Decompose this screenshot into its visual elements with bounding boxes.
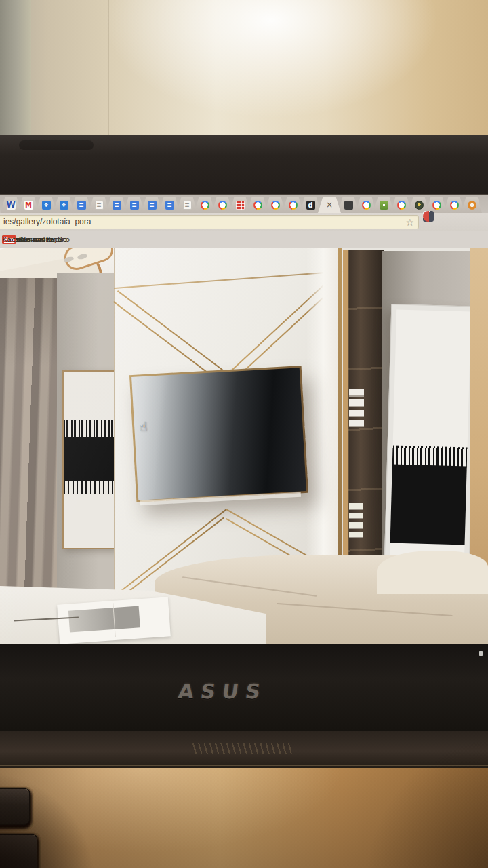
docs-favicon: ≡ <box>148 201 157 210</box>
docs-favicon: ≡ <box>130 201 139 210</box>
docs-favicon: ≡ <box>165 201 174 210</box>
duvet <box>377 551 488 594</box>
right-artwork <box>384 304 477 568</box>
browser-tab[interactable]: ≡ <box>106 197 127 213</box>
bookmarks-bar: я@Mail.Ru: почта, поискОнлайн-словарь АВ… <box>0 231 488 248</box>
browser-tab[interactable]: ≡ <box>124 197 144 213</box>
google-favicon <box>201 201 209 210</box>
google-favicon <box>450 201 459 210</box>
browser-tab[interactable]: ❖ <box>36 197 56 213</box>
laptop-top-bezel <box>0 135 488 195</box>
w-favicon: W <box>7 201 16 210</box>
gmail-favicon: M <box>24 201 33 210</box>
browser-tab[interactable] <box>373 197 394 213</box>
browser-tab[interactable] <box>247 197 268 213</box>
browser-tab[interactable]: W <box>1 197 21 213</box>
hand-cursor-icon: ☝ <box>140 419 147 433</box>
bookmark-star-icon[interactable]: ☆ <box>405 216 414 229</box>
dark-square-favicon <box>344 201 353 210</box>
lantern-favicon <box>415 201 424 210</box>
tv-glare <box>131 368 306 500</box>
artwork-canvas <box>390 310 471 563</box>
hinge-highlight <box>0 765 488 766</box>
asus-logo: ASUS <box>177 679 269 703</box>
browser-tab[interactable]: ≡ <box>89 197 109 213</box>
browser-tab[interactable] <box>391 197 411 213</box>
bookmark-label: Кастинги в Ки <box>2 235 52 244</box>
left-artwork <box>62 370 115 549</box>
google-favicon <box>289 201 298 210</box>
url-text[interactable]: ies/gallery/zolotaia_pora <box>3 216 91 229</box>
active-tab[interactable]: × <box>318 197 341 213</box>
browser-tab[interactable] <box>195 197 215 213</box>
google-favicon <box>362 201 371 210</box>
key-blank <box>0 834 37 868</box>
white-books <box>349 503 363 541</box>
google-favicon <box>218 201 227 210</box>
room-wall-corner <box>108 0 109 140</box>
docs-favicon: ≡ <box>113 201 121 210</box>
browser-tab[interactable] <box>212 197 232 213</box>
bedding-fold <box>277 603 453 616</box>
red-edge-extension-icon[interactable] <box>423 211 429 222</box>
artwork-black-band <box>390 464 467 545</box>
page-favicon: ≡ <box>183 201 192 210</box>
artwork-drips <box>64 480 114 494</box>
bezel-sticker <box>479 651 483 656</box>
dropbox-favicon: ❖ <box>42 201 51 210</box>
browser-tab[interactable]: ≡ <box>142 197 162 213</box>
tab-strip: WM❖❖≡≡≡≡≡≡≡d× <box>0 195 488 213</box>
red-grid-favicon <box>236 201 245 210</box>
browser-tab[interactable]: M <box>18 197 39 213</box>
hinge-embossed-marks <box>191 743 293 754</box>
browser-tab[interactable]: d <box>300 197 321 213</box>
magazine-picture <box>68 606 140 632</box>
laptop-hinge <box>0 731 488 768</box>
browser-tab[interactable] <box>338 197 359 213</box>
gold-trim <box>117 290 229 375</box>
white-books <box>349 389 364 430</box>
browser-tab[interactable] <box>230 197 250 213</box>
browser-tab[interactable] <box>462 197 482 213</box>
laptop-bottom-bezel: ASUS <box>0 644 488 731</box>
browser-tab[interactable] <box>265 197 285 213</box>
browser-tab[interactable]: ❖ <box>54 197 74 213</box>
open-magazine <box>57 597 171 644</box>
green-app-favicon <box>380 201 388 210</box>
google-favicon <box>397 201 406 210</box>
d-dark-favicon: d <box>306 201 315 210</box>
panel-edge <box>114 248 115 644</box>
artwork-black-band <box>64 437 114 481</box>
browser-tab[interactable] <box>444 197 464 213</box>
browser-tab[interactable]: ≡ <box>159 197 180 213</box>
google-favicon <box>271 201 280 210</box>
google-favicon <box>432 201 441 210</box>
keyboard-deck: f5f6f7f8f9f10f11f12pausebreakprt scsysrq… <box>0 768 488 868</box>
browser-toolbar: ies/gallery/zolotaia_pora ☆ S <box>0 213 488 231</box>
wall-tv <box>129 366 308 502</box>
google-favicon <box>253 201 262 210</box>
orange-ring-favicon <box>468 201 476 210</box>
bedding-fold <box>182 576 317 597</box>
browser-tab[interactable]: ≡ <box>177 197 197 213</box>
room-curtain <box>0 0 31 144</box>
dropbox-favicon: ❖ <box>60 201 68 210</box>
address-bar[interactable]: ies/gallery/zolotaia_pora ☆ <box>0 215 419 229</box>
bezel-smudge <box>19 140 94 150</box>
tv-screen <box>131 368 306 500</box>
browser-tab[interactable] <box>356 197 376 213</box>
room-background <box>0 0 488 144</box>
photo-of-laptop: WM❖❖≡≡≡≡≡≡≡d× ies/gallery/zolotaia_pora … <box>0 0 488 868</box>
page-favicon: ≡ <box>95 201 104 210</box>
gallery-image[interactable]: ☝ <box>0 248 488 644</box>
tab-close-icon[interactable]: × <box>326 197 333 213</box>
browser-tab[interactable]: ≡ <box>71 197 92 213</box>
docs-favicon: ≡ <box>77 201 86 210</box>
artwork-drips <box>64 420 114 438</box>
browser-tab[interactable] <box>283 197 303 213</box>
partial-key <box>0 788 30 825</box>
